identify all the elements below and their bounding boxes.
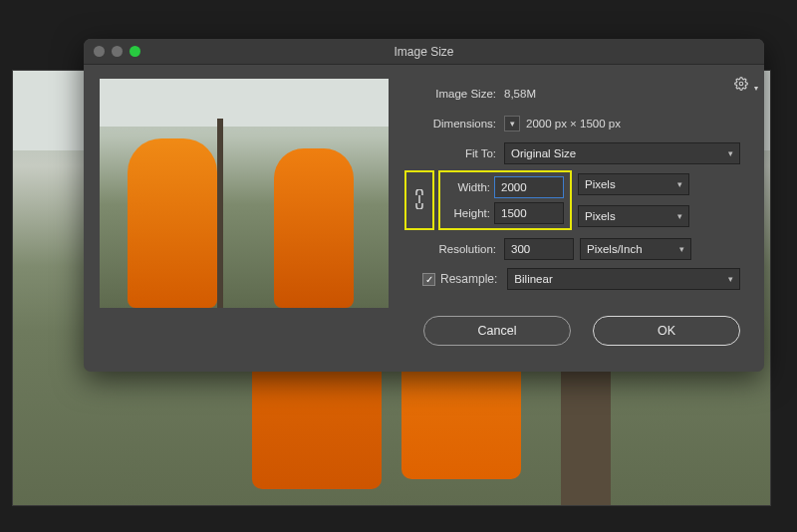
chevron-down-icon: ▾ [679,244,684,254]
image-size-dialog: Image Size ▾ Image Size: 8,58M Dimensio [84,39,764,372]
width-unit-select[interactable]: Pixels ▾ [578,173,689,195]
titlebar[interactable]: Image Size [84,39,764,65]
resolution-input[interactable] [504,238,574,260]
cancel-button[interactable]: Cancel [423,316,571,346]
close-window-button[interactable] [94,46,105,57]
chevron-down-icon: ▾ [728,148,733,158]
ok-button-label: OK [658,324,675,338]
width-label: Width: [446,181,490,193]
resolution-unit-value: Pixels/Inch [587,243,643,255]
gear-icon[interactable]: ▾ [734,77,758,94]
preview-thumbnail [100,79,389,308]
svg-point-0 [739,82,743,86]
resample-method-value: Bilinear [514,273,552,285]
chevron-down-icon: ▾ [677,211,682,221]
fit-to-value: Original Size [511,147,576,159]
resample-method-select[interactable]: Bilinear ▾ [507,268,740,290]
resolution-label: Resolution: [404,243,496,255]
resample-checkbox[interactable]: ✓ [422,273,435,286]
resolution-unit-select[interactable]: Pixels/Inch ▾ [580,238,691,260]
height-label: Height: [446,207,490,219]
dimension-fields-highlight: Width: Height: [438,170,572,230]
form-panel: ▾ Image Size: 8,58M Dimensions: ▾ 2000 p… [398,65,764,372]
ok-button[interactable]: OK [593,316,740,346]
fit-to-select[interactable]: Original Size ▾ [504,142,740,164]
width-unit-value: Pixels [585,178,616,190]
constrain-link-highlight [404,170,434,230]
minimize-window-button[interactable] [112,46,123,57]
chevron-down-icon: ▾ [677,179,682,189]
zoom-window-button[interactable] [130,46,140,57]
chevron-down-icon: ▾ [728,274,733,284]
resample-label: Resample: [440,272,497,286]
constrain-proportions-icon[interactable] [412,189,426,212]
dimensions-label: Dimensions: [404,118,496,130]
image-size-label: Image Size: [404,88,496,100]
height-unit-value: Pixels [585,210,616,222]
fit-to-label: Fit To: [404,147,496,159]
dimensions-value: 2000 px × 1500 px [526,118,621,130]
dialog-title: Image Size [84,45,764,59]
height-unit-select[interactable]: Pixels ▾ [578,205,689,227]
dimensions-flyout-icon[interactable]: ▾ [504,116,520,132]
window-controls [94,46,140,57]
width-input[interactable] [494,176,564,198]
image-size-value: 8,58M [504,88,536,100]
cancel-button-label: Cancel [478,324,517,338]
height-input[interactable] [494,202,564,224]
